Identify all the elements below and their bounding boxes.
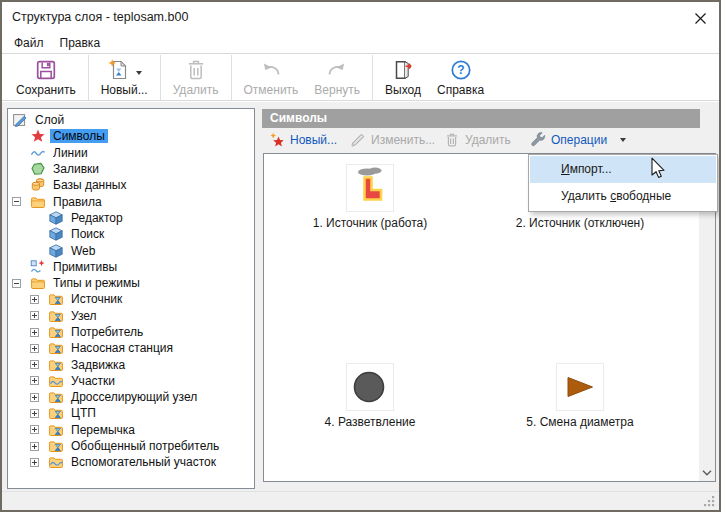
tree-item-label: Перемычка bbox=[68, 423, 138, 437]
tree-item[interactable]: Базы данных bbox=[8, 177, 254, 193]
tree-item[interactable]: Web bbox=[8, 242, 254, 258]
symbol-icon-box bbox=[346, 363, 394, 411]
menu-item-label: Удалить свободные bbox=[561, 189, 671, 203]
expand-plus-icon[interactable] bbox=[30, 425, 39, 434]
symbols-delete-button-label: Удалить bbox=[465, 133, 511, 147]
folder-hourglass-icon bbox=[48, 340, 64, 356]
tree-item-label: ЦТП bbox=[68, 406, 99, 420]
collapse-minus-icon[interactable] bbox=[12, 197, 21, 206]
exit-button[interactable]: Выход bbox=[377, 55, 429, 100]
resize-grip-icon[interactable] bbox=[703, 495, 716, 508]
expand-plus-icon[interactable] bbox=[30, 376, 39, 385]
tree-item[interactable]: Символы bbox=[8, 128, 254, 144]
toolbar-group: Новый... bbox=[88, 55, 160, 100]
tree-item-label: Web bbox=[68, 244, 98, 258]
folder-hourglass-icon bbox=[48, 389, 64, 405]
expand-plus-icon[interactable] bbox=[30, 311, 39, 320]
tree-item[interactable]: Потребитель bbox=[8, 324, 254, 340]
expand-plus-icon[interactable] bbox=[30, 295, 39, 304]
menu-edit[interactable]: Правка bbox=[52, 32, 109, 53]
titlebar[interactable]: Структура слоя - teplosam.b00 bbox=[2, 2, 719, 32]
symbol-item[interactable]: 4. Разветвление bbox=[265, 363, 475, 429]
folder-wave-icon bbox=[48, 373, 64, 389]
redo-button: Вернуть bbox=[306, 55, 368, 100]
tree-item[interactable]: Правила bbox=[8, 193, 254, 209]
tree-item[interactable]: Насосная станция bbox=[8, 340, 254, 356]
tree-item[interactable]: Примитивы bbox=[8, 259, 254, 275]
tree-item[interactable]: Слой bbox=[8, 112, 254, 128]
menu-file[interactable]: Файл bbox=[6, 32, 52, 53]
close-button[interactable] bbox=[691, 9, 709, 27]
tree-item[interactable]: Линии bbox=[8, 145, 254, 161]
source-working-icon bbox=[346, 164, 394, 212]
tree-item[interactable]: Дросселирующий узел bbox=[8, 389, 254, 405]
symbols-edit-button-label: Изменить... bbox=[371, 133, 435, 147]
symbol-item[interactable]: 1. Источник (работа) bbox=[265, 164, 475, 230]
redo-button-label: Вернуть bbox=[314, 83, 360, 97]
save-button-label: Сохранить bbox=[16, 83, 76, 97]
menu-item-delete-free[interactable]: Удалить свободные bbox=[530, 183, 716, 210]
new-button-caret-icon[interactable] bbox=[136, 71, 142, 78]
menu-item-import[interactable]: Импорт... bbox=[530, 156, 716, 183]
tree-item-label: Вспомогательный участок bbox=[68, 455, 219, 469]
tree-indent bbox=[30, 393, 48, 402]
expand-plus-icon[interactable] bbox=[30, 393, 39, 402]
save-button[interactable]: Сохранить bbox=[8, 55, 84, 100]
tree-item-label: Потребитель bbox=[68, 325, 146, 339]
tree-item-label: Редактор bbox=[68, 211, 126, 225]
operations-menu: Импорт...Удалить свободные bbox=[528, 154, 718, 212]
help-button[interactable]: ?Справка bbox=[429, 55, 492, 100]
symbol-icon-box bbox=[556, 363, 604, 411]
layer-tree: СлойСимволыЛинииЗаливкиБазы данныхПравил… bbox=[7, 108, 255, 489]
tree-item[interactable]: Вспомогательный участок bbox=[8, 454, 254, 470]
tree-item[interactable]: Редактор bbox=[8, 210, 254, 226]
symbol-item[interactable]: 5. Смена диаметра bbox=[475, 363, 685, 429]
trash-icon bbox=[184, 57, 208, 82]
tree-item[interactable]: Обобщенный потребитель bbox=[8, 438, 254, 454]
symbols-panel-title: Символы bbox=[270, 111, 327, 125]
tree-item[interactable]: Участки bbox=[8, 373, 254, 389]
expand-plus-icon[interactable] bbox=[30, 328, 39, 337]
tree-item[interactable]: ЦТП bbox=[8, 405, 254, 421]
new-star-icon bbox=[269, 132, 285, 148]
tree-item-label: Символы bbox=[50, 129, 108, 143]
symbols-new-button[interactable]: Новый... bbox=[269, 129, 337, 151]
database-icon bbox=[30, 177, 46, 193]
tree-indent bbox=[30, 360, 48, 369]
expand-plus-icon[interactable] bbox=[30, 458, 39, 467]
branch-circle-icon bbox=[346, 363, 394, 411]
tree-item[interactable]: Источник bbox=[8, 291, 254, 307]
tree-item[interactable]: Перемычка bbox=[8, 422, 254, 438]
collapse-minus-icon[interactable] bbox=[12, 279, 21, 288]
symbols-delete-button: Удалить bbox=[444, 129, 511, 151]
expand-plus-icon[interactable] bbox=[30, 409, 39, 418]
dialog-window: Структура слоя - teplosam.b00 ФайлПравка… bbox=[0, 0, 721, 512]
tree-item-label: Заливки bbox=[50, 162, 102, 176]
tree-indent bbox=[30, 311, 48, 320]
tree-item[interactable]: Заливки bbox=[8, 161, 254, 177]
tree-item[interactable]: Задвижка bbox=[8, 356, 254, 372]
new-button[interactable]: Новый... bbox=[93, 55, 156, 100]
expand-plus-icon[interactable] bbox=[30, 442, 39, 451]
tree-item[interactable]: Узел bbox=[8, 308, 254, 324]
folder-hourglass-icon bbox=[48, 291, 64, 307]
svg-text:?: ? bbox=[457, 63, 464, 77]
expand-plus-icon[interactable] bbox=[30, 360, 39, 369]
scroll-down-icon[interactable] bbox=[702, 470, 712, 476]
status-bar bbox=[2, 491, 719, 510]
folder-icon bbox=[30, 194, 46, 210]
primitives-icon bbox=[30, 259, 46, 275]
folder-hourglass-icon bbox=[48, 438, 64, 454]
symbols-operations-button[interactable]: Операции bbox=[530, 129, 626, 151]
symbols-operations-button-caret-icon[interactable] bbox=[620, 138, 626, 145]
delete-button-label: Удалить bbox=[173, 83, 219, 97]
expand-plus-icon[interactable] bbox=[30, 344, 39, 353]
trash-small-icon bbox=[444, 132, 460, 148]
tree-item[interactable]: Типы и режимы bbox=[8, 275, 254, 291]
close-icon bbox=[694, 12, 707, 25]
tree-indent bbox=[12, 197, 30, 206]
tree-item[interactable]: Поиск bbox=[8, 226, 254, 242]
cube-icon bbox=[48, 210, 64, 226]
tree-item-label: Базы данных bbox=[50, 178, 129, 192]
symbols-edit-button: Изменить... bbox=[350, 129, 435, 151]
